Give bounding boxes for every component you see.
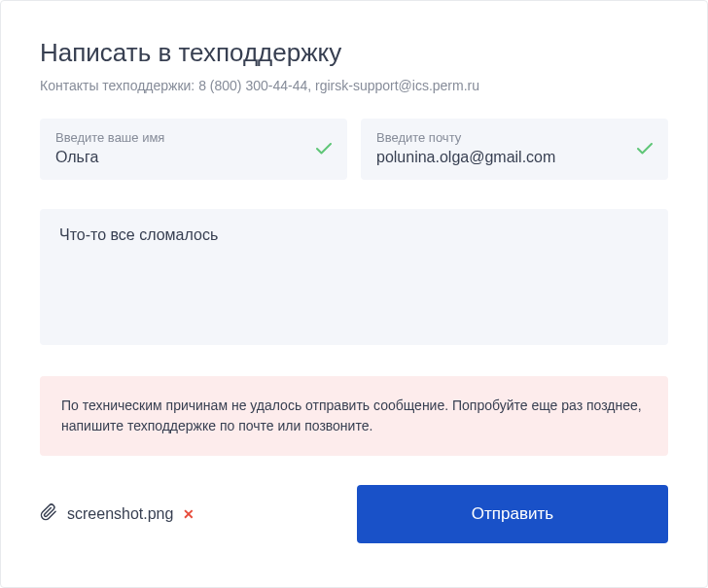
message-textarea[interactable] [59,226,649,328]
remove-attachment-icon[interactable]: ✕ [183,506,195,522]
form-footer: screenshot.png ✕ Отправить [40,485,668,543]
error-text: По техническим причинам не удалось отпра… [61,396,647,436]
name-input[interactable] [55,149,332,166]
email-field-label: Введите почту [376,130,653,145]
support-form-card: Написать в техподдержку Контакты техподд… [0,0,708,588]
attachment-filename: screenshot.png [67,505,173,523]
email-input[interactable] [376,149,653,166]
attachment-item: screenshot.png ✕ [40,503,195,525]
error-alert: По техническим причинам не удалось отпра… [40,376,668,456]
submit-button[interactable]: Отправить [357,485,668,543]
check-icon [316,141,332,158]
name-field-group[interactable]: Введите ваше имя [40,119,347,180]
email-field-group[interactable]: Введите почту [361,119,668,180]
page-title: Написать в техподдержку [40,38,668,68]
support-contacts: Контакты техподдержки: 8 (800) 300-44-44… [40,78,668,93]
check-icon [637,141,653,158]
input-row: Введите ваше имя Введите почту [40,119,668,180]
paperclip-icon[interactable] [40,503,57,525]
message-field-group[interactable] [40,209,668,345]
name-field-label: Введите ваше имя [55,130,332,145]
